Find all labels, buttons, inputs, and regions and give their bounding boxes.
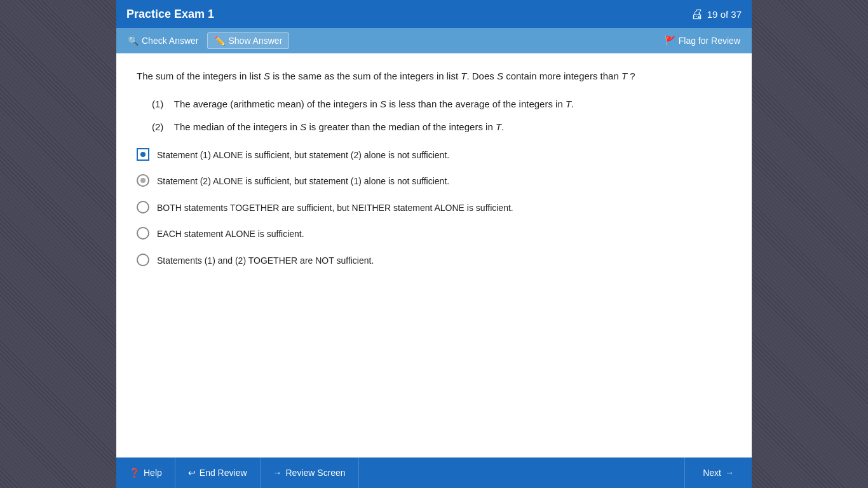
- check-answer-label: Check Answer: [142, 36, 198, 46]
- review-screen-icon: →: [273, 468, 282, 478]
- footer: ❓ Help ↩ End Review → Review Screen Next…: [116, 458, 752, 488]
- statement-2-num: (2): [152, 121, 172, 132]
- exam-container: Practice Exam 1 🖨 19 of 37 🔍 Check Answe…: [116, 0, 752, 488]
- answer-choices: Statement (1) ALONE is sufficient, but s…: [137, 147, 731, 268]
- choice-a-text: Statement (1) ALONE is sufficient, but s…: [157, 147, 449, 162]
- header: Practice Exam 1 🖨 19 of 37: [116, 0, 752, 28]
- choice-e-radio[interactable]: [137, 254, 151, 268]
- check-answer-button[interactable]: 🔍 Check Answer: [121, 33, 205, 48]
- statement-2-text: The median of the integers in S is great…: [174, 121, 505, 132]
- statement-1-text: The average (arithmetic mean) of the int…: [174, 98, 574, 109]
- choice-d-text: EACH statement ALONE is sufficient.: [157, 226, 304, 241]
- toolbar: 🔍 Check Answer ✏️ Show Answer 🚩 Flag for…: [116, 28, 752, 53]
- question-counter: 🖨 19 of 37: [691, 7, 742, 22]
- choice-d-circle: [137, 227, 149, 240]
- choice-a-dot: [140, 152, 146, 157]
- end-review-label: End Review: [200, 468, 247, 478]
- end-review-button[interactable]: ↩ End Review: [175, 458, 261, 488]
- next-button[interactable]: Next →: [684, 458, 752, 488]
- next-arrow-icon: →: [725, 468, 734, 478]
- choice-d[interactable]: EACH statement ALONE is sufficient.: [137, 226, 731, 241]
- footer-left: ❓ Help ↩ End Review → Review Screen: [116, 458, 359, 488]
- next-label: Next: [703, 468, 721, 478]
- choice-c[interactable]: BOTH statements TOGETHER are sufficient,…: [137, 200, 731, 215]
- review-screen-button[interactable]: → Review Screen: [261, 458, 359, 488]
- choice-c-circle: [137, 201, 149, 214]
- check-answer-icon: 🔍: [128, 36, 139, 46]
- end-review-icon: ↩: [188, 468, 196, 478]
- choice-b-radio[interactable]: [137, 174, 151, 188]
- choice-b-text: Statement (2) ALONE is sufficient, but s…: [157, 173, 449, 188]
- flag-review-label: Flag for Review: [679, 36, 740, 46]
- exam-title: Practice Exam 1: [126, 8, 214, 21]
- help-button[interactable]: ❓ Help: [116, 458, 175, 488]
- choice-e-circle: [137, 254, 149, 266]
- show-answer-button[interactable]: ✏️ Show Answer: [207, 32, 289, 49]
- question-area: The sum of the integers in list S is the…: [116, 53, 752, 458]
- choice-e[interactable]: Statements (1) and (2) TOGETHER are NOT …: [137, 253, 731, 268]
- question-text: The sum of the integers in list S is the…: [137, 69, 731, 84]
- show-answer-label: Show Answer: [228, 36, 282, 46]
- choice-a-square: [137, 148, 149, 161]
- flag-icon: 🚩: [665, 36, 675, 46]
- counter-text: 19 of 37: [707, 9, 742, 20]
- choice-e-text: Statements (1) and (2) TOGETHER are NOT …: [157, 253, 374, 268]
- statement-1-num: (1): [152, 98, 172, 109]
- choice-c-text: BOTH statements TOGETHER are sufficient,…: [157, 200, 513, 215]
- toolbar-left: 🔍 Check Answer ✏️ Show Answer: [121, 32, 289, 49]
- choice-a-radio[interactable]: [137, 148, 151, 162]
- statement-1: (1) The average (arithmetic mean) of the…: [152, 97, 731, 112]
- show-answer-icon: ✏️: [214, 36, 225, 46]
- help-label: Help: [144, 468, 162, 478]
- review-screen-label: Review Screen: [286, 468, 346, 478]
- choice-a[interactable]: Statement (1) ALONE is sufficient, but s…: [137, 147, 731, 162]
- flag-review-button[interactable]: 🚩 Flag for Review: [658, 33, 747, 48]
- choice-b-circle: [137, 174, 149, 187]
- counter-icon: 🖨: [691, 7, 703, 22]
- choice-d-radio[interactable]: [137, 227, 151, 241]
- statement-2: (2) The median of the integers in S is g…: [152, 119, 731, 135]
- help-icon: ❓: [129, 468, 140, 478]
- choice-c-radio[interactable]: [137, 201, 151, 215]
- choice-b[interactable]: Statement (2) ALONE is sufficient, but s…: [137, 173, 731, 188]
